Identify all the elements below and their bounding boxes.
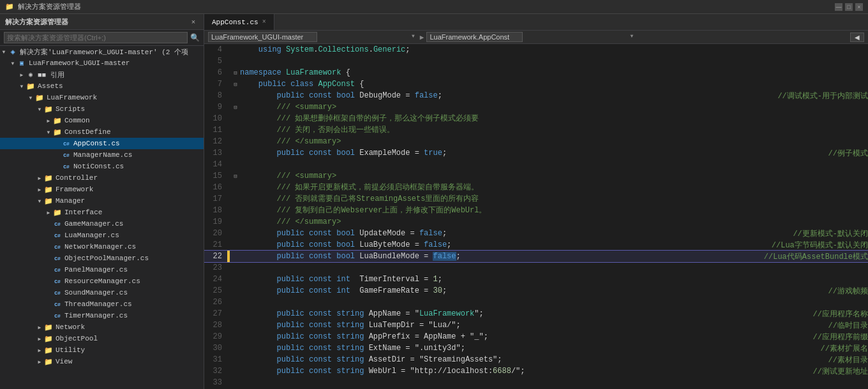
tree-arrow-luaframework[interactable]: ▼ bbox=[27, 95, 34, 101]
code-line-29[interactable]: public const string AppPrefix = AppName … bbox=[240, 331, 788, 342]
tree-item-view[interactable]: ▶📁View bbox=[0, 356, 204, 367]
expand-col-6[interactable]: ⊟ bbox=[231, 70, 240, 77]
tab-close-button[interactable]: × bbox=[262, 18, 266, 26]
tree-item-objectpoolmanager[interactable]: C#ObjectPoolManager.cs bbox=[0, 253, 204, 264]
code-line-15[interactable]: /// <summary> bbox=[240, 170, 868, 182]
tree-item-panelmanager[interactable]: C#PanelManager.cs bbox=[0, 264, 204, 275]
title-bar-icon: 📁 bbox=[5, 3, 14, 11]
line-comment-32: //测试更新地址 bbox=[813, 366, 868, 377]
code-line-7[interactable]: public class AppConst { bbox=[240, 78, 868, 90]
code-line-19[interactable]: /// </summary> bbox=[240, 216, 868, 228]
code-line-16[interactable]: /// 如果开启更新模式，前提必须启动框架自带服务器端。 bbox=[240, 182, 868, 193]
tree-item-utility[interactable]: ▶📁Utility bbox=[0, 344, 204, 356]
code-line-31[interactable]: public const string AssetDir = "Streamin… bbox=[240, 354, 803, 365]
tree-item-resourcemanager[interactable]: C#ResourceManager.cs bbox=[0, 275, 204, 287]
expand-icon-15[interactable]: ⊟ bbox=[234, 173, 237, 180]
tree-item-solution[interactable]: ▼◈解决方案'LuaFramework_UGUI-master' (2 个项 bbox=[0, 46, 204, 57]
code-line-10[interactable]: /// 如果想删掉框架自带的例子，那么这个例子模式必须要 bbox=[240, 113, 868, 124]
code-line-21[interactable]: public const bool LuaByteMode = false; bbox=[240, 239, 746, 251]
line-indicator-26 bbox=[227, 297, 230, 308]
tree-arrow-controller[interactable]: ▶ bbox=[36, 175, 43, 181]
tree-item-project[interactable]: ▼▣LuaFramework_UGUI-master bbox=[0, 57, 204, 69]
code-line-24[interactable]: public const int TimerInterval = 1; bbox=[240, 274, 868, 285]
panel-close-button[interactable]: × bbox=[188, 17, 198, 27]
line-number-16: 16 bbox=[204, 182, 227, 193]
tree-arrow-solution[interactable]: ▼ bbox=[0, 49, 8, 55]
code-line-27[interactable]: public const string AppName = "LuaFramew… bbox=[240, 308, 788, 319]
tree-arrow-network[interactable]: ▶ bbox=[36, 325, 43, 330]
expand-col-9[interactable]: ⊟ bbox=[231, 104, 240, 111]
code-line-wrapper-32: 32 public const string WebUrl = "http://… bbox=[204, 365, 868, 377]
expand-icon-9[interactable]: ⊟ bbox=[234, 104, 237, 111]
code-line-32[interactable]: public const string WebUrl = "http://loc… bbox=[240, 365, 788, 377]
expand-icon-7[interactable]: ⊟ bbox=[234, 81, 237, 88]
tree-item-assets[interactable]: ▼📁Assets bbox=[0, 80, 204, 92]
line-indicator-8 bbox=[227, 90, 230, 101]
active-tab[interactable]: AppConst.cs × bbox=[204, 14, 274, 30]
code-line-12[interactable]: /// </summary> bbox=[240, 136, 868, 147]
tree-item-threadmanager[interactable]: C#ThreadManager.cs bbox=[0, 298, 204, 310]
tree-arrow-common[interactable]: ▶ bbox=[45, 118, 52, 124]
code-line-6[interactable]: namespace LuaFramework { bbox=[240, 67, 868, 78]
expand-icon-6[interactable]: ⊟ bbox=[234, 70, 237, 77]
tree-arrow-assets[interactable]: ▼ bbox=[18, 84, 26, 89]
tree-item-objectpool[interactable]: ▶📁ObjectPool bbox=[0, 333, 204, 344]
search-input[interactable] bbox=[4, 32, 188, 43]
code-line-18[interactable]: /// 复制到自己的Webserver上面，并修改下面的WebUrl。 bbox=[240, 205, 868, 216]
tree-item-managername[interactable]: C#ManagerName.cs bbox=[0, 149, 204, 161]
line-indicator-12 bbox=[227, 136, 230, 147]
code-line-28[interactable]: public const string LuaTempDir = "Lua/"; bbox=[240, 319, 803, 331]
tree-arrow-view[interactable]: ▶ bbox=[36, 359, 43, 365]
tree-item-scripts[interactable]: ▼📁Scripts bbox=[0, 103, 204, 115]
code-line-22[interactable]: public const bool LuaBundleMode = false; bbox=[240, 251, 738, 262]
tree-arrow-scripts[interactable]: ▼ bbox=[36, 106, 43, 112]
tree-arrow-utility[interactable]: ▶ bbox=[36, 348, 43, 353]
tree-item-luamanager[interactable]: C#LuaManager.cs bbox=[0, 230, 204, 241]
collapse-button[interactable]: ◀ bbox=[850, 33, 864, 42]
code-line-30[interactable]: public const string ExtName = ".unity3d"… bbox=[240, 342, 795, 354]
tree-arrow-objectpool[interactable]: ▶ bbox=[36, 336, 43, 342]
expand-col-15[interactable]: ⊟ bbox=[231, 173, 240, 180]
code-line-25[interactable]: public const int GameFrameRate = 30; bbox=[240, 285, 803, 297]
code-line-8[interactable]: public const bool DebugMode = false; bbox=[240, 90, 752, 101]
tree-arrow-project[interactable]: ▼ bbox=[9, 61, 17, 66]
tree-item-network[interactable]: ▶📁Network bbox=[0, 321, 204, 333]
code-line-9[interactable]: /// <summary> bbox=[240, 101, 868, 113]
tree-item-timermanager[interactable]: C#TimerManager.cs bbox=[0, 310, 204, 321]
breadcrumb-right-dropdown[interactable]: LuaFramework.AppConst bbox=[426, 32, 523, 42]
tree-arrow-interface[interactable]: ▶ bbox=[45, 210, 52, 216]
tree-item-gamemanager[interactable]: C#GameManager.cs bbox=[0, 218, 204, 230]
code-line-4[interactable]: using System.Collections.Generic; bbox=[240, 44, 868, 55]
tree-item-manager[interactable]: ▼📁Manager bbox=[0, 195, 204, 207]
close-panel-button[interactable]: × bbox=[855, 3, 863, 11]
tree-arrow-constdefine[interactable]: ▼ bbox=[45, 129, 52, 135]
tree-item-framework[interactable]: ▶📁Framework bbox=[0, 184, 204, 195]
tree-item-soundmanager[interactable]: C#SoundManager.cs bbox=[0, 287, 204, 298]
tree-arrow-manager[interactable]: ▼ bbox=[36, 198, 43, 204]
code-line-11[interactable]: /// 关闭，否则会出现一些错误。 bbox=[240, 124, 868, 136]
code-area[interactable]: 4 using System.Collections.Generic;56⊟na… bbox=[204, 44, 868, 389]
tree-label-objectpoolmanager: ObjectPoolManager.cs bbox=[64, 254, 149, 262]
tree-item-constdefine[interactable]: ▼📁ConstDefine bbox=[0, 126, 204, 138]
tree-item-ref[interactable]: ▶◉■■ 引用 bbox=[0, 69, 204, 80]
panel-buttons: × bbox=[188, 17, 198, 27]
tree-item-interface[interactable]: ▶📁Interface bbox=[0, 207, 204, 218]
title-bar-buttons: — □ × bbox=[835, 3, 863, 11]
tree-label-utility: Utility bbox=[56, 346, 85, 354]
tree-item-appconst[interactable]: C#AppConst.cs bbox=[0, 138, 204, 149]
tree-item-controller[interactable]: ▶📁Controller bbox=[0, 172, 204, 184]
tree-item-networkmanager[interactable]: C#NetworkManager.cs bbox=[0, 241, 204, 253]
code-line-13[interactable]: public const bool ExampleMode = true; bbox=[240, 147, 803, 159]
code-line-20[interactable]: public const bool UpdateMode = false; bbox=[240, 228, 767, 239]
code-line-17[interactable]: /// 否则就需要自己将StreamingAssets里面的所有内容 bbox=[240, 193, 868, 205]
tree-arrow-ref[interactable]: ▶ bbox=[18, 72, 26, 78]
expand-col-7[interactable]: ⊟ bbox=[231, 81, 240, 88]
minimize-button[interactable]: — bbox=[835, 3, 842, 11]
breadcrumb-left-dropdown[interactable]: LuaFramework_UGUI-master bbox=[208, 32, 317, 42]
tree-item-luaframework[interactable]: ▼📁LuaFramework bbox=[0, 92, 204, 103]
tree-item-noticonst[interactable]: C#NotiConst.cs bbox=[0, 161, 204, 172]
float-button[interactable]: □ bbox=[845, 3, 853, 11]
tree-item-common[interactable]: ▶📁Common bbox=[0, 115, 204, 126]
tree-container: ▼◈解决方案'LuaFramework_UGUI-master' (2 个项▼▣… bbox=[0, 46, 204, 389]
tree-arrow-framework[interactable]: ▶ bbox=[36, 187, 43, 193]
